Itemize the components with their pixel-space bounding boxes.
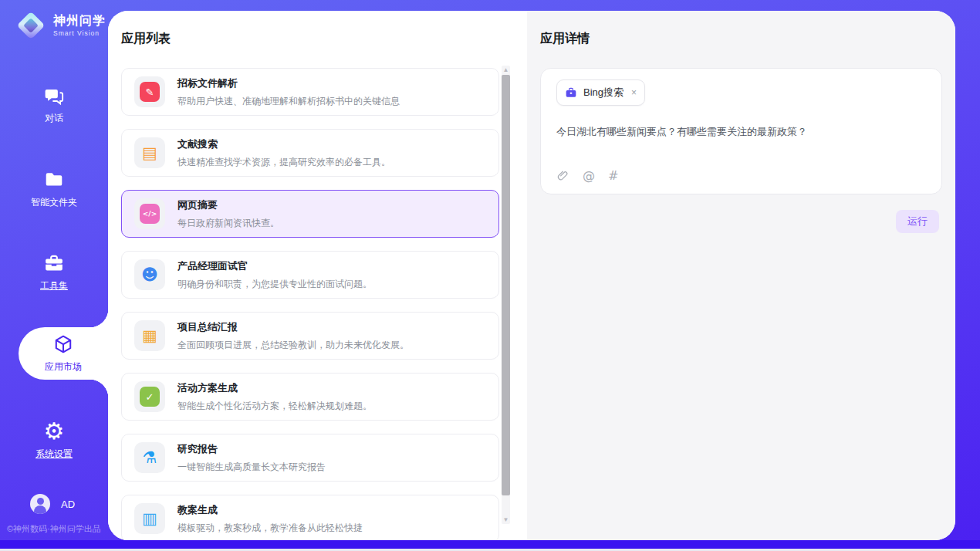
- research-icon: ⚗: [143, 450, 157, 466]
- user-name: AD: [61, 499, 75, 510]
- copyright-footer: ©神州数码·神州问学出品: [7, 523, 101, 535]
- app-name: 教案生成: [177, 503, 363, 517]
- sidebar-item-label: 工具集: [40, 279, 68, 292]
- app-list: ✎ 招标文件解析 帮助用户快速、准确地理解和解析招标书中的关键信息 ▤ 文献搜索…: [121, 68, 499, 540]
- sidebar-item-cube[interactable]: 应用市场: [19, 327, 108, 380]
- sidebar-item-label: 对话: [45, 112, 63, 125]
- tool-chip-bing-search[interactable]: Bing搜索 ×: [556, 79, 645, 106]
- clipboard-check-icon: ✓: [140, 387, 160, 407]
- book-icon: ▤: [142, 145, 157, 161]
- app-card[interactable]: ▥ 教案生成 模板驱动，教案秒成，教学准备从此轻松快捷: [121, 495, 499, 540]
- app-detail-panel: 应用详情 Bing搜索 × 今日湖北有哪些新闻要点？有哪些需要关注的最新政策？: [527, 11, 955, 540]
- app-name: 活动方案生成: [177, 381, 372, 395]
- prompt-card: Bing搜索 × 今日湖北有哪些新闻要点？有哪些需要关注的最新政策？ @ #: [540, 68, 942, 194]
- user-row[interactable]: AD: [30, 494, 75, 514]
- scrollbar-up-arrow-icon[interactable]: ▲: [502, 66, 510, 74]
- edit-document-icon: ✎: [140, 82, 160, 102]
- app-description: 帮助用户快速、准确地理解和解析招标书中的关键信息: [177, 95, 400, 108]
- sidebar-item-label: 应用市场: [45, 360, 82, 374]
- app-card[interactable]: ☻ 产品经理面试官 明确身份和职责，为您提供专业性的面试问题。: [121, 251, 499, 299]
- app-description: 智能生成个性化活动方案，轻松解决规划难题。: [177, 400, 372, 413]
- app-name: 招标文件解析: [177, 76, 400, 90]
- app-card[interactable]: ✓ 活动方案生成 智能生成个性化活动方案，轻松解决规划难题。: [121, 373, 499, 421]
- app-description: 明确身份和职责，为您提供专业性的面试问题。: [177, 278, 372, 291]
- run-button[interactable]: 运行: [896, 210, 939, 233]
- chip-close-icon[interactable]: ×: [631, 87, 637, 98]
- sidebar-nav: 对话 智能文件夹 工具集 应用市场 ⚙ 系统设置: [0, 0, 108, 540]
- sidebar-item-label: 系统设置: [35, 448, 73, 461]
- calendar-icon: ▦: [142, 328, 157, 344]
- sidebar-item-chat[interactable]: 对话: [0, 79, 108, 130]
- app-card[interactable]: ⚗ 研究报告 一键智能生成高质量长文本研究报告: [121, 434, 499, 482]
- app-description: 每日政府新闻资讯快查。: [177, 217, 279, 230]
- folder-icon: [43, 169, 65, 191]
- books-icon: ▥: [142, 511, 157, 527]
- avatar: [30, 494, 50, 514]
- mention-icon[interactable]: @: [583, 168, 595, 183]
- scrollbar-down-arrow-icon[interactable]: ▼: [502, 516, 510, 524]
- app-name: 网页摘要: [177, 198, 279, 212]
- app-name: 产品经理面试官: [177, 259, 372, 273]
- toolbox-icon: [43, 252, 65, 274]
- app-description: 快速精准查找学术资源，提高研究效率的必备工具。: [177, 156, 390, 169]
- sidebar-item-gear[interactable]: ⚙ 系统设置: [0, 415, 108, 466]
- cube-icon: [52, 333, 74, 355]
- sidebar-item-toolbox[interactable]: 工具集: [0, 247, 108, 298]
- app-description: 一键智能生成高质量长文本研究报告: [177, 461, 326, 474]
- app-detail-title: 应用详情: [540, 31, 955, 47]
- briefcase-icon: [565, 86, 577, 99]
- app-card[interactable]: ✎ 招标文件解析 帮助用户快速、准确地理解和解析招标书中的关键信息: [121, 68, 499, 116]
- app-description: 模板驱动，教案秒成，教学准备从此轻松快捷: [177, 522, 363, 535]
- gear-icon: ⚙: [43, 421, 65, 442]
- app-card[interactable]: ▤ 文献搜索 快速精准查找学术资源，提高研究效率的必备工具。: [121, 129, 499, 177]
- sidebar-item-folder[interactable]: 智能文件夹: [0, 164, 108, 215]
- chat-icon: [43, 85, 65, 106]
- app-name: 文献搜索: [177, 137, 390, 151]
- app-name: 研究报告: [177, 442, 326, 456]
- hashtag-icon[interactable]: #: [608, 168, 618, 183]
- prompt-input[interactable]: 今日湖北有哪些新闻要点？有哪些需要关注的最新政策？: [556, 125, 926, 139]
- sidebar: 神州问学 Smart Vision 对话 智能文件夹 工具集 应用市场: [0, 0, 108, 540]
- scrollbar-thumb[interactable]: [502, 75, 510, 495]
- interviewer-icon: ☻: [141, 267, 158, 283]
- app-list-panel: 应用列表 ✎ 招标文件解析 帮助用户快速、准确地理解和解析招标书中的关键信息 ▤…: [108, 11, 527, 540]
- bottom-accent-bar: [0, 540, 980, 549]
- app-name: 项目总结汇报: [177, 320, 409, 334]
- attachment-toolbar: @ #: [556, 168, 926, 184]
- main-container: 应用列表 ✎ 招标文件解析 帮助用户快速、准确地理解和解析招标书中的关键信息 ▤…: [108, 11, 955, 540]
- webpage-code-icon: </>: [140, 204, 160, 224]
- sidebar-item-label: 智能文件夹: [31, 196, 77, 209]
- app-list-title: 应用列表: [121, 31, 527, 47]
- app-card[interactable]: ▦ 项目总结汇报 全面回顾项目进展，总结经验教训，助力未来优化发展。: [121, 312, 499, 360]
- app-description: 全面回顾项目进展，总结经验教训，助力未来优化发展。: [177, 339, 409, 352]
- list-scrollbar[interactable]: ▲ ▼: [502, 66, 510, 524]
- tool-chip-label: Bing搜索: [583, 86, 623, 100]
- app-card[interactable]: </> 网页摘要 每日政府新闻资讯快查。: [121, 190, 499, 238]
- paperclip-icon[interactable]: [556, 169, 569, 182]
